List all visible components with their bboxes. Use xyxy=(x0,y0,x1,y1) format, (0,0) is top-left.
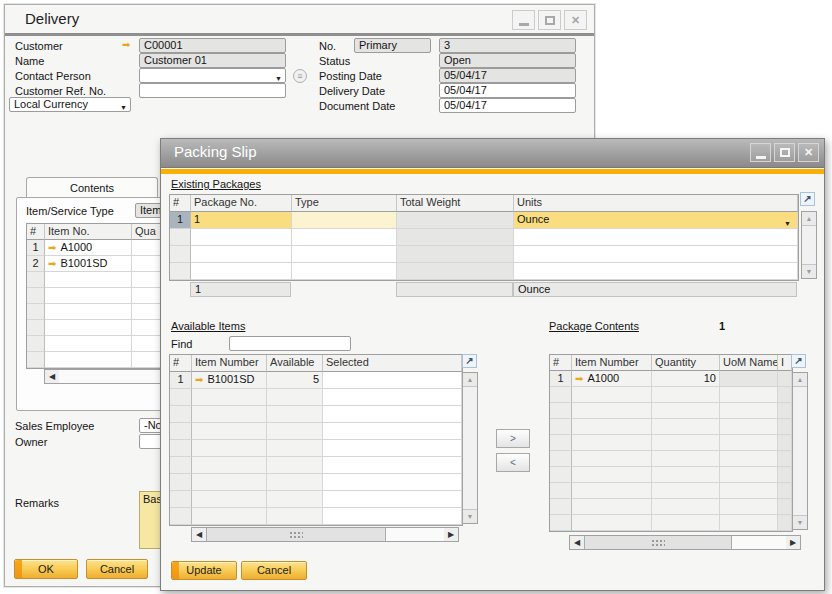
row-number-cell[interactable]: 1 xyxy=(550,371,572,387)
name-label: Name xyxy=(15,55,44,67)
owner-label: Owner xyxy=(15,436,47,448)
tab-contents[interactable]: Contents xyxy=(26,177,158,198)
column-header: # xyxy=(550,355,572,371)
column-header: Type xyxy=(292,195,397,212)
selected-cell[interactable] xyxy=(323,372,462,389)
contact-person-select[interactable]: ▼ xyxy=(139,68,286,83)
delivery-minimize-button[interactable] xyxy=(512,10,535,30)
summary-units: Ounce xyxy=(513,282,797,297)
column-header: Item Number xyxy=(192,355,267,372)
update-button[interactable]: Update xyxy=(171,561,237,580)
move-right-button[interactable]: > xyxy=(496,429,530,448)
scrollbar-grip[interactable] xyxy=(206,528,386,541)
posting-date-label: Posting Date xyxy=(319,70,382,82)
existing-packages-vscrollbar[interactable]: ▲ ▼ xyxy=(801,211,817,279)
uom-name-cell[interactable] xyxy=(720,371,778,387)
row-number-cell[interactable]: 1 xyxy=(170,372,192,389)
customer-field[interactable]: C00001 xyxy=(139,38,286,53)
ok-button[interactable]: OK xyxy=(14,559,78,579)
row-number-cell[interactable]: 1 xyxy=(27,240,45,256)
customer-ref-label: Customer Ref. No. xyxy=(15,85,106,97)
status-field[interactable]: Open xyxy=(439,53,576,68)
package-contents-hscrollbar[interactable]: ◀ ▶ xyxy=(569,535,801,550)
scroll-down-icon[interactable]: ▼ xyxy=(793,515,807,529)
remarks-label: Remarks xyxy=(15,497,59,509)
customer-label: Customer xyxy=(15,40,63,52)
chevron-down-icon: ▼ xyxy=(275,72,282,83)
packing-cancel-button[interactable]: Cancel xyxy=(241,561,307,580)
packing-close-button[interactable]: ✕ xyxy=(798,143,819,162)
package-no-cell[interactable]: 1 xyxy=(191,212,292,229)
available-items-vscrollbar[interactable]: ▲ ▼ xyxy=(462,372,478,524)
scroll-left-icon[interactable]: ◀ xyxy=(570,536,584,549)
delivery-date-label: Delivery Date xyxy=(319,85,385,97)
quantity-cell[interactable]: 10 xyxy=(652,371,720,387)
available-items-hscrollbar[interactable]: ◀ ▶ xyxy=(191,527,459,542)
column-header: # xyxy=(27,224,45,240)
link-arrow-icon[interactable]: ➡ xyxy=(48,242,56,253)
column-header: Package No. xyxy=(191,195,292,212)
scroll-up-icon[interactable]: ▲ xyxy=(802,212,816,226)
close-icon: ✕ xyxy=(571,15,580,26)
scroll-right-icon[interactable]: ▶ xyxy=(444,528,458,541)
posting-date-field[interactable]: 05/04/17 xyxy=(439,68,576,83)
minimize-icon xyxy=(519,23,529,26)
column-header: Selected xyxy=(323,355,462,372)
scroll-left-icon[interactable]: ◀ xyxy=(192,528,206,541)
scroll-up-icon[interactable]: ▲ xyxy=(793,373,807,387)
item-no-cell[interactable]: ➡A1000 xyxy=(45,240,132,256)
packing-maximize-button[interactable] xyxy=(774,143,795,162)
no-label: No. xyxy=(319,40,336,52)
customer-ref-input[interactable] xyxy=(139,83,286,98)
status-label: Status xyxy=(319,55,350,67)
link-arrow-icon[interactable]: ➡ xyxy=(122,39,130,50)
document-date-input[interactable]: 05/04/17 xyxy=(439,98,576,113)
column-header: # xyxy=(170,195,191,212)
no-value-field[interactable]: 3 xyxy=(439,38,576,53)
scroll-down-icon[interactable]: ▼ xyxy=(463,509,477,523)
total-weight-cell[interactable] xyxy=(397,212,514,229)
link-arrow-icon[interactable]: ➡ xyxy=(48,258,56,269)
no-series-select[interactable]: Primary xyxy=(354,38,431,53)
move-left-button[interactable]: < xyxy=(496,453,530,472)
contact-person-list-icon[interactable]: ≡ xyxy=(293,69,307,83)
link-arrow-icon[interactable]: ➡ xyxy=(575,373,583,384)
row-number-cell[interactable]: 1 xyxy=(170,212,191,229)
available-items-label: Available Items xyxy=(171,320,245,332)
item-no-cell[interactable]: ➡B1001SD xyxy=(45,256,132,272)
delivery-date-input[interactable]: 05/04/17 xyxy=(439,83,576,98)
expand-table-icon[interactable]: ↗ xyxy=(462,354,477,368)
currency-select[interactable]: Local Currency▼ xyxy=(9,97,131,112)
expand-table-icon[interactable]: ↗ xyxy=(791,354,806,368)
link-arrow-icon[interactable]: ➡ xyxy=(195,374,203,385)
package-contents-vscrollbar[interactable]: ▲ ▼ xyxy=(792,372,808,530)
delivery-close-button[interactable]: ✕ xyxy=(564,10,587,30)
delivery-maximize-button[interactable] xyxy=(538,10,561,30)
summary-total-weight xyxy=(396,282,513,297)
scroll-right-icon[interactable]: ▶ xyxy=(786,536,800,549)
scroll-down-icon[interactable]: ▼ xyxy=(802,264,816,278)
delivery-cancel-button[interactable]: Cancel xyxy=(86,559,148,579)
item-number-cell[interactable]: ➡B1001SD xyxy=(192,372,267,389)
column-header: Quantity xyxy=(652,355,720,371)
find-label: Find xyxy=(171,338,192,350)
existing-packages-table: # Package No. Type Total Weight Units 1 … xyxy=(169,194,799,281)
maximize-icon xyxy=(545,16,555,25)
maximize-icon xyxy=(780,148,790,157)
scrollbar-grip[interactable] xyxy=(584,536,732,549)
type-cell[interactable] xyxy=(292,212,397,229)
column-header: Item No. xyxy=(45,224,132,240)
column-header: # xyxy=(170,355,192,372)
expand-table-icon[interactable]: ↗ xyxy=(800,192,815,206)
row-number-cell[interactable]: 2 xyxy=(27,256,45,272)
packing-minimize-button[interactable] xyxy=(750,143,771,162)
item-number-cell[interactable]: ➡A1000 xyxy=(572,371,652,387)
chevron-down-icon: ▼ xyxy=(120,101,127,112)
name-field[interactable]: Customer 01 xyxy=(139,53,286,68)
scroll-up-icon[interactable]: ▲ xyxy=(463,373,477,387)
column-header: Item Number xyxy=(572,355,652,371)
find-input[interactable] xyxy=(229,336,351,351)
scroll-left-icon[interactable]: ◀ xyxy=(45,370,59,383)
available-cell[interactable]: 5 xyxy=(267,372,323,389)
units-select-cell[interactable]: Ounce▼ xyxy=(514,212,798,229)
